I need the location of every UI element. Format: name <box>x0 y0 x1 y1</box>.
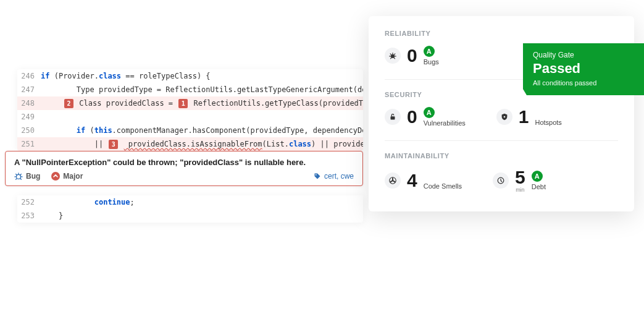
tok: Class providedClass = <box>75 99 177 108</box>
code-content: continue; <box>41 195 363 209</box>
metric-sub: min <box>516 187 525 193</box>
code-line: 252 continue; <box>17 195 363 209</box>
code-content: if (Provider.class == roleTypeClass) { <box>41 69 363 83</box>
radiation-icon <box>385 172 401 189</box>
line-number: 252 <box>17 195 41 209</box>
metric-value: 0 <box>407 108 417 126</box>
metrics-row: 4 Code Smells 5 min A Debt <box>385 168 618 193</box>
code-content: 2 Class providedClass = 1 ReflectionUtil… <box>41 96 363 110</box>
divider <box>385 140 618 141</box>
code-line: 247 Type providedType = ReflectionUtils.… <box>17 83 363 96</box>
metric-name: Bugs <box>424 58 439 66</box>
metric-hotspots[interactable]: 1 Hotspots <box>496 107 562 127</box>
metric-name: Vulnerabilities <box>424 119 466 127</box>
code-content: if (this.componentManager.hasComponent(p… <box>41 124 363 137</box>
issue-title: A "NullPointerException" could be thrown… <box>14 158 354 167</box>
svg-rect-3 <box>391 116 395 119</box>
tok: } <box>41 211 63 220</box>
issue-type-label: Bug <box>26 172 40 181</box>
code-line-highlight: 251 || 3 providedClass.isAssignableFrom(… <box>17 137 363 151</box>
metric-value: 5 <box>515 168 525 187</box>
code-line: 249 <box>17 110 363 124</box>
code-content: } <box>41 209 363 223</box>
issue-severity[interactable]: Major <box>51 172 83 181</box>
rating-badge: A <box>424 46 435 57</box>
metric-name: Hotspots <box>535 119 561 126</box>
code-line-highlight: 248 2 Class providedClass = 1 Reflection… <box>17 96 363 110</box>
code-content <box>41 110 363 124</box>
tok: ReflectionUtils.getTypeClass(providedTyp… <box>189 99 363 108</box>
section-reliability: RELIABILITY <box>385 30 618 37</box>
code-panel: 246 if (Provider.class == roleTypeClass)… <box>17 69 363 151</box>
code-line: 253 } <box>17 209 363 223</box>
tag-icon <box>314 172 321 180</box>
metric-debt[interactable]: 5 min A Debt <box>493 168 546 193</box>
clock-icon <box>493 172 509 189</box>
tok: Type providedType = ReflectionUtils.getL… <box>41 85 363 94</box>
line-number: 253 <box>17 209 41 223</box>
metric-vulnerabilities[interactable]: 0 A Vulnerabilities <box>385 107 466 127</box>
tok-underline: providedClass.isAssignableFrom <box>124 140 262 148</box>
issue-callout[interactable]: A "NullPointerException" could be thrown… <box>5 151 363 186</box>
tok: .componentManager.hasComponent(providedT… <box>112 126 363 135</box>
code-content: Type providedType = ReflectionUtils.getL… <box>41 83 363 96</box>
bug-icon <box>14 172 23 181</box>
shield-icon <box>496 109 512 125</box>
line-number: 249 <box>17 110 41 124</box>
unlock-icon <box>385 109 401 125</box>
metric-name: Code Smells <box>424 182 462 190</box>
kw: this <box>94 126 112 135</box>
rating-badge: A <box>424 107 435 118</box>
tok: (Provider. <box>49 72 98 80</box>
gate-label: Quality Gate <box>533 51 634 59</box>
kw: if <box>41 72 49 80</box>
metric-value: 1 <box>519 108 529 126</box>
issue-marker-3[interactable]: 3 <box>109 140 118 149</box>
kw: class <box>99 72 121 80</box>
issue-type[interactable]: Bug <box>14 172 40 181</box>
code-content: || 3 providedClass.isAssignableFrom(List… <box>41 137 363 151</box>
tok <box>41 198 94 206</box>
line-number: 250 <box>17 124 41 137</box>
issue-meta-row: Bug Major cert, cwe <box>14 172 354 181</box>
code-line: 246 if (Provider.class == roleTypeClass)… <box>17 69 363 83</box>
gate-status: Passed <box>533 61 634 77</box>
tok <box>41 99 63 108</box>
rating-badge: A <box>532 171 543 182</box>
code-line: 250 if (this.componentManager.hasCompone… <box>17 124 363 137</box>
svg-point-1 <box>316 174 317 176</box>
line-number: 248 <box>17 96 41 110</box>
tok: ) || providedClass.isA <box>311 140 363 148</box>
metric-value: 0 <box>407 46 417 65</box>
line-number: 247 <box>17 83 41 96</box>
line-number: 251 <box>17 137 41 151</box>
kw: class <box>289 140 311 148</box>
tok <box>41 126 77 135</box>
tok: || <box>41 140 107 148</box>
severity-icon <box>51 172 60 181</box>
svg-point-4 <box>503 116 505 118</box>
metric-code-smells[interactable]: 4 Code Smells <box>385 168 462 193</box>
issue-marker-2[interactable]: 2 <box>64 99 73 108</box>
gate-subtitle: All conditions passed <box>533 79 634 87</box>
tok: ( <box>85 126 94 135</box>
tok: (List. <box>262 140 289 148</box>
line-number: 246 <box>17 69 41 83</box>
issue-tags[interactable]: cert, cwe <box>314 172 354 181</box>
issue-tags-text: cert, cwe <box>324 172 354 181</box>
tok: ; <box>130 198 135 206</box>
bug-icon <box>385 48 401 64</box>
metric-value: 4 <box>407 171 417 190</box>
metric-name: Debt <box>532 183 546 190</box>
kw: continue <box>94 198 130 206</box>
issue-marker-1[interactable]: 1 <box>178 99 188 108</box>
kw: if <box>77 126 85 135</box>
code-panel-tail: 252 continue; 253 } <box>17 195 363 223</box>
issue-severity-label: Major <box>63 172 83 181</box>
section-maintainability: MAINTAINABILITY <box>385 152 618 160</box>
tok: == roleTypeClass) { <box>121 72 211 80</box>
quality-gate[interactable]: Quality Gate Passed All conditions passe… <box>523 43 644 95</box>
metrics-row: 0 A Vulnerabilities 1 Hotspots <box>385 107 618 127</box>
metric-bugs[interactable]: 0 A Bugs <box>385 46 439 66</box>
